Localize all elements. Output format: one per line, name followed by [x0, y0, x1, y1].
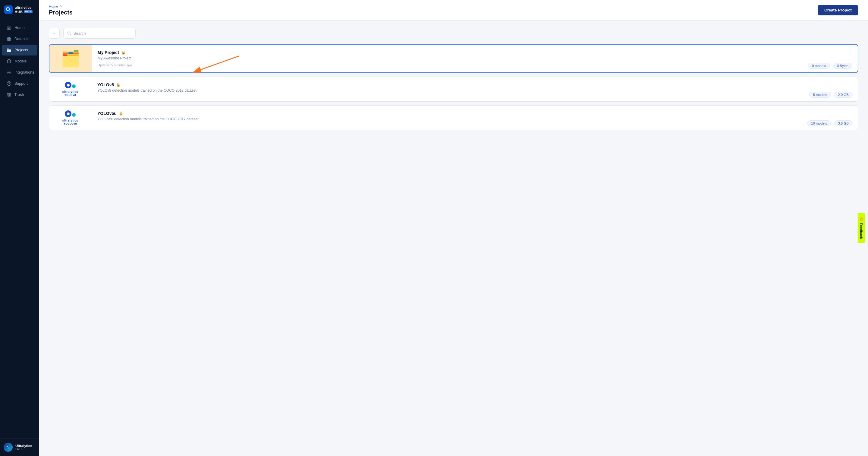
svg-point-2 — [8, 10, 10, 12]
sidebar-item-home-label: Home — [14, 26, 24, 30]
search-icon — [67, 31, 71, 35]
feedback-button[interactable]: 🙂 Feedback — [858, 213, 865, 243]
filter-button[interactable] — [49, 28, 60, 38]
toolbar — [49, 28, 858, 38]
integrations-icon — [7, 70, 11, 75]
circle-big-yolov5u — [65, 110, 71, 117]
svg-line-20 — [70, 34, 70, 34]
card-thumbnail-my-project: 🗂️ — [50, 45, 92, 73]
ultralytics-yolov5u-logo: ultralytics YOLOv5u — [62, 110, 79, 125]
card-body-yolov8: YOLOv8 🔒 YOLOv8 detection models trained… — [91, 77, 858, 101]
models-icon — [7, 59, 11, 64]
svg-rect-5 — [7, 39, 9, 41]
card-thumbnail-yolov8: ultralytics YOLOv8 — [49, 77, 91, 101]
circle-small-yolov8 — [72, 84, 76, 88]
card-body-my-project: My Project 🔒 My Awesome Project Updated … — [92, 45, 858, 73]
ult-brand-yolov8: ultralytics — [62, 90, 79, 93]
breadcrumb-home[interactable]: Home — [49, 4, 58, 8]
logo-brand: ultralytics — [15, 6, 33, 10]
ult-brand-yolov5u: ultralytics — [62, 119, 79, 122]
projects-list: 🗂️ My Project 🔒 My Awesome Project Updat… — [49, 44, 858, 130]
user-plan: FREE — [16, 448, 32, 451]
circle-small-yolov5u — [72, 113, 76, 117]
projects-icon — [7, 48, 11, 53]
page-title: Projects — [49, 9, 73, 16]
sidebar-footer: Ultralytics FREE — [0, 438, 39, 456]
sidebar-nav: Home Datasets Projects Models — [0, 21, 39, 438]
sidebar-logo: ultralytics HUB BETA — [0, 0, 39, 19]
sidebar-item-trash-label: Trash — [14, 93, 24, 97]
card-thumbnail-yolov5u: ultralytics YOLOv5u — [49, 106, 91, 130]
svg-point-19 — [68, 32, 70, 34]
topbar: Home > Projects Create Project — [39, 0, 868, 21]
project-card-yolov5u[interactable]: ultralytics YOLOv5u YOLOv5u 🔒 YOLOv5u de… — [49, 105, 858, 130]
filter-icon — [52, 31, 57, 36]
breadcrumb: Home > — [49, 4, 73, 8]
folder-icon: 🗂️ — [61, 51, 81, 66]
card-stats-yolov5u: 10 models 3.8 GB — [807, 120, 852, 126]
sidebar-item-home[interactable]: Home — [2, 22, 37, 33]
sidebar-item-models-label: Models — [14, 59, 27, 63]
sidebar-item-datasets-label: Datasets — [14, 37, 29, 41]
stat-models-my-project: 0 models — [808, 63, 830, 69]
stat-size-my-project: 0 Bytes — [833, 63, 852, 69]
sidebar-item-integrations-label: Integrations — [14, 70, 34, 75]
stat-models-yolov8: 5 models — [809, 92, 831, 98]
circle-big-yolov8 — [65, 82, 71, 88]
sidebar-item-projects-label: Projects — [14, 48, 28, 52]
sidebar-item-projects[interactable]: Projects — [2, 45, 37, 56]
logo-icon — [4, 5, 13, 14]
search-box — [63, 28, 135, 38]
trash-icon — [7, 92, 11, 97]
datasets-icon — [7, 36, 11, 41]
project-card-yolov8[interactable]: ultralytics YOLOv8 YOLOv8 🔒 YOLOv8 detec… — [49, 77, 858, 102]
ultralytics-yolov8-logo: ultralytics YOLOv8 — [62, 82, 79, 96]
svg-rect-6 — [9, 39, 11, 41]
card-title-my-project: My Project — [98, 50, 119, 55]
card-meta-my-project: Updated 5 minutes ago — [98, 63, 852, 67]
sidebar-item-integrations[interactable]: Integrations — [2, 67, 37, 78]
more-menu-button-my-project[interactable]: ⋮ — [844, 49, 854, 56]
create-project-button[interactable]: Create Project — [818, 5, 858, 16]
search-input[interactable] — [73, 31, 132, 36]
card-stats-my-project: 0 models 0 Bytes — [808, 63, 852, 69]
avatar — [4, 443, 13, 452]
sidebar-item-models[interactable]: Models — [2, 56, 37, 67]
stat-size-yolov5u: 3.8 GB — [834, 120, 852, 126]
lock-icon-my-project: 🔒 — [121, 50, 126, 55]
sidebar-item-trash[interactable]: Trash — [2, 89, 37, 100]
breadcrumb-separator: > — [60, 4, 62, 8]
project-card-my-project[interactable]: 🗂️ My Project 🔒 My Awesome Project Updat… — [49, 44, 858, 73]
lock-icon-yolov8: 🔒 — [116, 83, 121, 87]
svg-rect-8 — [7, 50, 11, 52]
user-info[interactable]: Ultralytics FREE — [4, 443, 36, 452]
svg-point-1 — [7, 8, 9, 10]
card-title-yolov8: YOLOv8 — [97, 82, 114, 87]
card-subtitle-my-project: My Awesome Project — [98, 56, 852, 60]
card-subtitle-yolov8: YOLOv8 detection models trained on the C… — [97, 88, 852, 93]
svg-rect-7 — [7, 49, 8, 50]
card-subtitle-yolov5u: YOLOv5u detection models trained on the … — [97, 117, 852, 121]
svg-point-10 — [8, 72, 10, 73]
svg-rect-3 — [7, 37, 9, 38]
sidebar-item-datasets[interactable]: Datasets — [2, 33, 37, 44]
home-icon — [7, 25, 11, 30]
sidebar: ultralytics HUB BETA Home Datasets — [0, 0, 39, 456]
ult-model-yolov8: YOLOv8 — [64, 93, 76, 96]
beta-badge: BETA — [24, 10, 33, 13]
feedback-emoji: 🙂 — [859, 217, 863, 221]
card-title-yolov5u: YOLOv5u — [97, 111, 117, 116]
feedback-label: Feedback — [860, 223, 863, 239]
stat-size-yolov8: 2.0 GB — [834, 92, 852, 98]
card-stats-yolov8: 5 models 2.0 GB — [809, 92, 852, 98]
breadcrumb-section: Home > Projects — [49, 4, 73, 16]
svg-point-14 — [7, 446, 8, 447]
user-name: Ultralytics — [16, 444, 32, 448]
lock-icon-yolov5u: 🔒 — [119, 111, 123, 115]
sidebar-item-support[interactable]: Support — [2, 78, 37, 89]
content-area: 🗂️ My Project 🔒 My Awesome Project Updat… — [39, 21, 868, 456]
support-icon — [7, 81, 11, 86]
logo-hub: HUB — [15, 10, 23, 13]
svg-point-15 — [8, 447, 10, 449]
svg-rect-4 — [9, 37, 11, 38]
